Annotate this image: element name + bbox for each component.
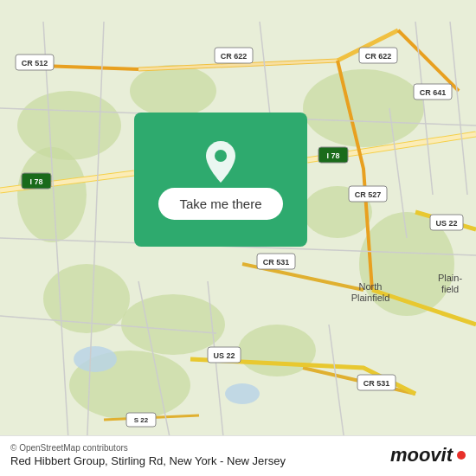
moovit-dot	[457, 451, 466, 460]
svg-text:I 78: I 78	[29, 177, 42, 186]
svg-text:CR 512: CR 512	[22, 59, 48, 68]
svg-text:CR 531: CR 531	[263, 258, 290, 267]
location-name: Red Hibbert Group, Stirling Rd, New York…	[10, 454, 286, 467]
location-pin-icon	[201, 139, 241, 179]
moovit-text: moovit	[390, 444, 453, 466]
svg-text:CR 622: CR 622	[221, 52, 248, 61]
moovit-logo: moovit	[390, 444, 466, 466]
svg-point-2	[303, 69, 424, 147]
svg-text:US 22: US 22	[213, 351, 235, 360]
bottom-bar: © OpenStreetMap contributors Red Hibbert…	[0, 435, 476, 476]
location-card: Take me there	[134, 113, 307, 247]
svg-text:North: North	[359, 281, 383, 292]
svg-text:field: field	[441, 284, 459, 294]
take-me-there-button[interactable]: Take me there	[158, 188, 282, 220]
svg-text:CR 622: CR 622	[365, 52, 392, 61]
svg-point-11	[225, 383, 260, 404]
bottom-left-info: © OpenStreetMap contributors Red Hibbert…	[10, 443, 286, 467]
osm-credit: © OpenStreetMap contributors	[10, 443, 286, 453]
svg-text:Plain-: Plain-	[438, 273, 462, 283]
svg-point-10	[74, 346, 117, 372]
svg-point-1	[130, 65, 216, 117]
svg-text:S 22: S 22	[134, 416, 149, 424]
svg-text:CR 531: CR 531	[363, 379, 390, 388]
svg-text:CR 527: CR 527	[355, 190, 382, 199]
svg-text:I 78: I 78	[326, 151, 339, 160]
svg-text:Plainfield: Plainfield	[351, 293, 390, 303]
svg-point-0	[17, 91, 121, 160]
svg-text:CR 641: CR 641	[420, 88, 447, 97]
svg-point-40	[215, 150, 227, 162]
svg-text:US 22: US 22	[435, 219, 457, 228]
map-container: CR 512 CR 622 CR 622 CR 641 I 78 I 78 CR…	[0, 0, 476, 476]
